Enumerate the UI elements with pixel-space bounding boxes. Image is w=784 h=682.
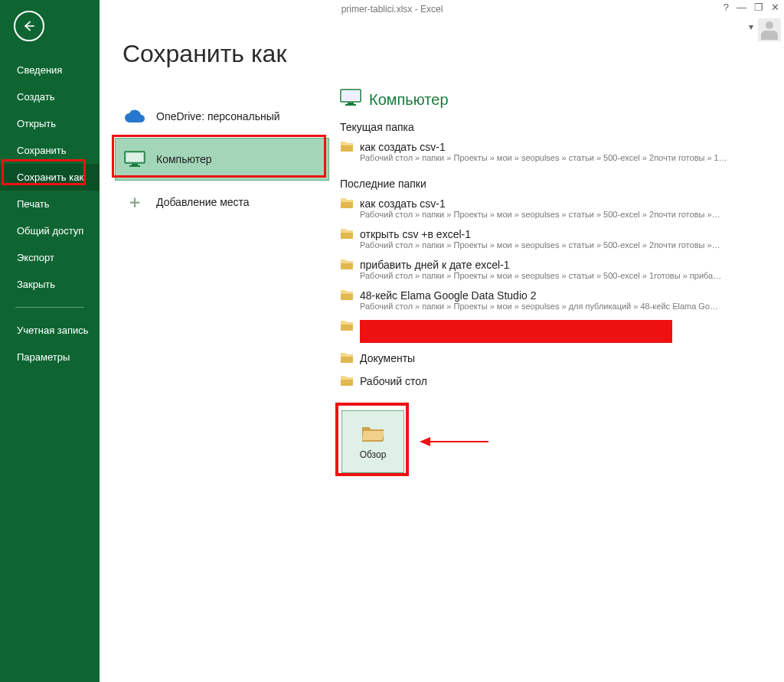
- folder-path: Рабочий стол » папки » Проекты » мои » s…: [360, 271, 727, 280]
- monitor-icon: [340, 89, 361, 110]
- folder-name: открыть csv +в excel-1: [360, 228, 766, 240]
- svg-marker-10: [420, 437, 430, 446]
- recent-folder[interactable]: 48-кейс Elama Google Data Studio 2Рабочи…: [340, 285, 766, 315]
- current-folder-label: Текущая папка: [340, 121, 766, 133]
- recent-folder[interactable]: открыть csv +в excel-1Рабочий стол » пап…: [340, 224, 766, 254]
- recent-folders-label: Последние папки: [340, 178, 766, 190]
- recent-folder[interactable]: прибавить дней к дате excel-1Рабочий сто…: [340, 254, 766, 285]
- svg-rect-3: [132, 164, 138, 165]
- back-button[interactable]: [14, 11, 44, 41]
- nav-save-as[interactable]: Сохранить как: [0, 164, 100, 191]
- save-places: OneDrive: персональный Компьютер ＋ Добав…: [115, 95, 329, 224]
- monitor-icon: [124, 151, 145, 168]
- folder-icon: [340, 320, 354, 334]
- place-onedrive[interactable]: OneDrive: персональный: [115, 95, 329, 138]
- folder-name: как создать csv-1: [360, 197, 766, 210]
- svg-rect-7: [348, 103, 354, 104]
- nav-account[interactable]: Учетная запись: [0, 317, 100, 344]
- nav-print[interactable]: Печать: [0, 191, 100, 217]
- page-title: Сохранить как: [122, 40, 784, 68]
- place-computer[interactable]: Компьютер: [115, 138, 329, 181]
- folder-name: прибавить дней к дате excel-1: [360, 259, 766, 271]
- folder-icon: [340, 289, 354, 303]
- plus-icon: ＋: [124, 194, 145, 210]
- folder-icon: [340, 141, 354, 155]
- save-details: Компьютер Текущая папка как создать csv-…: [340, 89, 766, 475]
- nav-save[interactable]: Сохранить: [0, 137, 100, 164]
- place-add-location[interactable]: ＋ Добавление места: [115, 181, 329, 224]
- annotation-arrow: [420, 436, 485, 444]
- place-label: Компьютер: [156, 153, 211, 165]
- nav-export[interactable]: Экспорт: [0, 244, 100, 271]
- folder-icon: [340, 375, 354, 389]
- folder-icon: [340, 228, 354, 242]
- svg-rect-2: [126, 153, 143, 162]
- browse-label: Обзор: [360, 449, 387, 460]
- nav-open[interactable]: Открыть: [0, 110, 100, 137]
- folder-path: Рабочий стол » папки » Проекты » мои » s…: [360, 302, 727, 311]
- svg-rect-8: [345, 104, 356, 106]
- nav-share[interactable]: Общий доступ: [0, 217, 100, 244]
- folder-icon: [340, 259, 354, 272]
- recent-folder[interactable]: Рабочий стол: [340, 370, 766, 393]
- folder-name: Документы: [360, 352, 766, 364]
- place-label: OneDrive: персональный: [156, 110, 280, 122]
- nav-options[interactable]: Параметры: [0, 344, 100, 370]
- folder-icon: [340, 197, 354, 211]
- place-label: Добавление места: [156, 196, 250, 208]
- recent-folder[interactable]: Документы: [340, 348, 766, 370]
- folder-icon: [340, 352, 354, 366]
- browse-button[interactable]: Обзор: [341, 410, 404, 473]
- nav-close[interactable]: Закрыть: [0, 271, 100, 298]
- folder-path: Рабочий стол » папки » Проекты » мои » s…: [360, 153, 727, 162]
- recent-folder[interactable]: как создать csv-1Рабочий стол » папки » …: [340, 193, 766, 224]
- details-title: Компьютер: [369, 91, 449, 109]
- recent-folder-redacted[interactable]: [340, 315, 766, 348]
- folder-name: 48-кейс Elama Google Data Studio 2: [360, 289, 766, 302]
- svg-rect-4: [129, 165, 140, 167]
- nav-new[interactable]: Создать: [0, 83, 100, 110]
- current-folder[interactable]: как создать csv-1 Рабочий стол » папки »…: [340, 136, 766, 167]
- svg-rect-6: [342, 91, 359, 100]
- folder-name: Рабочий стол: [360, 375, 766, 387]
- folder-name: как создать csv-1: [360, 141, 766, 153]
- cloud-icon: [124, 108, 145, 125]
- folder-path: Рабочий стол » папки » Проекты » мои » s…: [360, 240, 727, 250]
- folder-open-icon: [361, 423, 385, 445]
- nav-info[interactable]: Сведения: [0, 57, 100, 83]
- backstage-sidebar: Сведения Создать Открыть Сохранить Сохра…: [0, 0, 100, 682]
- redacted-area: [360, 320, 672, 343]
- folder-path: Рабочий стол » папки » Проекты » мои » s…: [360, 210, 727, 219]
